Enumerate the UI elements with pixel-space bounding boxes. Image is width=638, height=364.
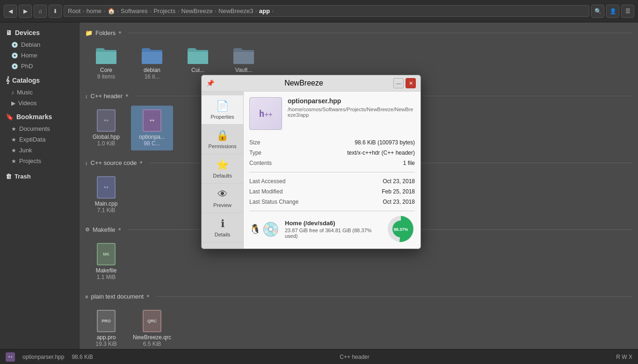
prop-size-value: 98.6 KiB (100973 bytes) — [315, 137, 415, 148]
tab-preview-label: Preview — [213, 202, 232, 208]
breadcrumb[interactable]: Root › home › 🏠 › Softwares › Projects ›… — [64, 5, 589, 17]
search-button[interactable]: 🔍 — [591, 5, 604, 18]
permissions-tab-icon: 🔒 — [216, 129, 229, 142]
disk-divider — [249, 211, 415, 211]
tab-permissions[interactable]: 🔒 Permissions — [202, 125, 243, 154]
sidebar-item-exptidata[interactable]: ★ ExptiData — [0, 134, 79, 145]
tab-permissions-label: Permissions — [209, 143, 237, 149]
bookmarks-label: Bookmarks — [16, 113, 52, 121]
plain-text-icon: ≡ — [85, 294, 88, 300]
folder-debian-name: debian — [144, 67, 160, 73]
file-app-pro[interactable]: PRO app.pro 19.3 KiB — [85, 306, 127, 349]
user-button[interactable]: 👤 — [606, 5, 619, 18]
statusbar: ++ optionparser.hpp 98.6 KiB C++ header … — [0, 349, 638, 364]
dialog-body: 📄 Properties 🔒 Permissions ⭐ Defaults 👁 … — [202, 92, 420, 249]
home-drive-icon: 💿 — [11, 52, 18, 59]
folder-core[interactable]: Core 9 items — [85, 43, 127, 84]
file-main-cpp[interactable]: ++ Main.cpp 7.1 KiB — [85, 172, 127, 217]
breadcrumb-root[interactable]: Root — [68, 7, 80, 14]
sidebar-bottom: 🗑 Trash — [0, 170, 79, 183]
file-newbreeze-qrc[interactable]: QRC NewBreeze.qrc 6.5 KiB — [131, 306, 173, 349]
devices-label: Devices — [15, 29, 40, 36]
optionparser-hpp-icon: ++ — [143, 109, 161, 132]
dialog-minimize-button[interactable]: — — [393, 78, 404, 88]
file-optionparser-hpp[interactable]: ++ optionpa... 98 C... — [131, 106, 173, 150]
prop-modified-label: Last Modified — [249, 186, 315, 197]
sidebar-item-videos[interactable]: ▶ Videos — [0, 98, 79, 108]
makefile-file-icon: MK — [97, 243, 116, 265]
folder-vault-icon — [232, 46, 255, 65]
sidebar-item-projects[interactable]: ★ Projects — [0, 156, 79, 166]
file-makefile-name: Makefile — [96, 267, 117, 274]
file-main-cpp-name: Main.cpp — [95, 200, 118, 207]
details-tab-icon: ℹ — [221, 218, 225, 230]
file-optionparser-hpp-name: optionpa... — [139, 134, 165, 140]
folder-cui-name: Cui... — [191, 67, 204, 73]
statusbar-filename: optionparser.hpp — [22, 354, 64, 360]
breadcrumb-home[interactable]: home — [87, 7, 102, 14]
disk-text: Home (/dev/sda6) 23.87 GiB free of 364.8… — [285, 220, 381, 239]
tab-preview[interactable]: 👁 Preview — [202, 184, 243, 213]
dialog-titlebar: 📌 NewBreeze — ✕ — [202, 75, 420, 92]
home-button[interactable]: ⌂ — [34, 5, 47, 18]
tab-details[interactable]: ℹ Details — [202, 213, 243, 243]
file-app-pro-size: 19.3 KiB — [95, 341, 116, 347]
file-global-hpp[interactable]: ++ Global.hpp 1.0 KiB — [85, 106, 127, 150]
tab-defaults-label: Defaults — [213, 173, 232, 178]
prop-contents-label: Contents — [249, 158, 315, 168]
menu-button[interactable]: ☰ — [621, 5, 634, 18]
properties-divider — [249, 172, 415, 172]
sidebar-item-trash[interactable]: 🗑 Trash — [0, 170, 79, 183]
prop-contents-row: Contents 1 file — [249, 158, 415, 168]
exptidata-star-icon: ★ — [11, 136, 16, 143]
tab-properties[interactable]: 📄 Properties — [202, 95, 243, 125]
bookmarks-section: 🔖 Bookmarks ★ Documents ★ ExptiData ★ Ju… — [0, 110, 79, 166]
back-button[interactable]: ◀ — [4, 5, 17, 18]
cpp-header-icon: ↕ — [85, 93, 88, 99]
sidebar-item-music[interactable]: ♪ Music — [0, 87, 79, 98]
sidebar-item-documents[interactable]: ★ Documents — [0, 123, 79, 134]
sidebar-item-videos-label: Videos — [18, 100, 37, 107]
projects-star-icon: ★ — [11, 158, 16, 164]
sidebar-item-home-label: Home — [21, 52, 37, 59]
dialog-tab-content: h++ optionparser.hpp /home/cosmos/Softwa… — [244, 92, 420, 249]
sidebar-item-debian[interactable]: 💿 Debian — [0, 39, 79, 50]
tab-defaults[interactable]: ⭐ Defaults — [202, 154, 243, 184]
cpp-header-label: C++ header — [91, 93, 123, 100]
sidebar-item-exptidata-label: ExptiData — [19, 136, 45, 143]
dialog-pin-icon[interactable]: 📌 — [206, 79, 214, 87]
dialog-close-button[interactable]: ✕ — [406, 78, 416, 88]
file-global-hpp-name: Global.hpp — [93, 134, 120, 140]
properties-tab-icon: 📄 — [216, 100, 229, 112]
breadcrumb-app[interactable]: app — [259, 7, 270, 14]
prop-modified-row: Last Modified Feb 25, 2018 — [249, 186, 415, 197]
sidebar-item-home[interactable]: 💿 Home — [0, 50, 79, 61]
breadcrumb-newbreeze[interactable]: NewBreeze — [181, 7, 213, 14]
dialog-title: NewBreeze — [214, 79, 393, 87]
sidebar-item-music-label: Music — [17, 89, 33, 96]
plain-text-label: plain text document — [91, 293, 144, 300]
folder-cui-icon — [187, 46, 209, 65]
breadcrumb-newbreeze3[interactable]: NewBreeze3 — [218, 7, 253, 14]
file-makefile[interactable]: MK Makefile 1.1 MiB — [85, 239, 127, 284]
disk-usage-svg: 88.37% — [387, 215, 415, 243]
file-app-pro-name: app.pro — [97, 334, 116, 341]
tab-details-label: Details — [215, 232, 231, 237]
sidebar-item-junk[interactable]: ★ Junk — [0, 145, 79, 156]
folder-debian[interactable]: debian 16 it... — [131, 43, 173, 84]
cpp-source-label: C++ source code — [91, 159, 137, 166]
file-path: /home/cosmos/Softwares/Projects/NewBreez… — [288, 107, 415, 118]
breadcrumb-softwares[interactable]: Softwares — [121, 7, 148, 14]
disk-details: 23.87 GiB free of 364.81 GiB (88.37% use… — [285, 228, 381, 239]
sidebar-item-phd[interactable]: 💿 PhD — [0, 61, 79, 71]
forward-button[interactable]: ▶ — [19, 5, 32, 18]
breadcrumb-home-icon: 🏠 — [108, 7, 115, 14]
disk-percent-label: 88.37% — [394, 227, 408, 232]
dialog-tab-sidebar: 📄 Properties 🔒 Permissions ⭐ Defaults 👁 … — [202, 92, 244, 249]
file-newbreeze-qrc-name: NewBreeze.qrc — [133, 334, 171, 341]
properties-dialog: 📌 NewBreeze — ✕ 📄 Properties 🔒 — [201, 75, 421, 249]
bookmark-button[interactable]: ⬇ — [49, 5, 62, 18]
prop-status-value: Oct 23, 2018 — [315, 197, 415, 207]
breadcrumb-projects[interactable]: Projects — [153, 7, 175, 14]
folder-core-icon — [95, 46, 117, 65]
